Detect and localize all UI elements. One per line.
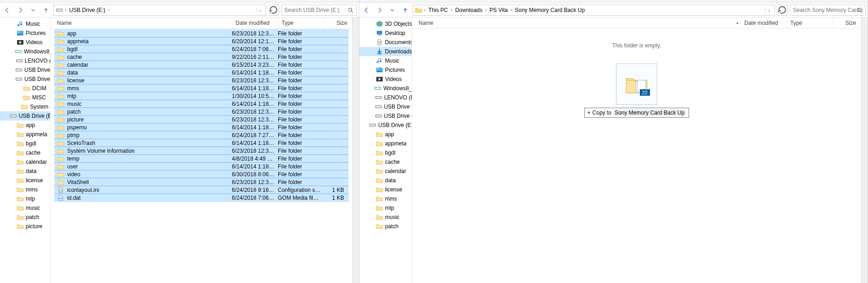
column-header-date[interactable]: Date modified bbox=[742, 17, 788, 28]
file-row[interactable]: patch6/23/2018 12:31 AMFile folder bbox=[54, 108, 349, 116]
tree-item[interactable]: music bbox=[359, 213, 412, 222]
scrollbar[interactable] bbox=[352, 17, 359, 283]
tree-item[interactable]: Music bbox=[0, 19, 50, 29]
chevron-right-icon[interactable]: › bbox=[423, 7, 426, 12]
tree-item[interactable]: data bbox=[359, 176, 412, 185]
tree-item[interactable]: LENOVO (D:) bbox=[0, 56, 50, 65]
column-header-type[interactable]: Type bbox=[279, 17, 325, 28]
breadcrumb-bar[interactable]: › This PC › Downloads › PS Vita › Sony M… bbox=[413, 5, 775, 16]
file-row[interactable]: appmeta6/20/2014 12:19 PMFile folder bbox=[54, 37, 349, 45]
navigation-pane[interactable]: 3D ObjectsDesktopDocumentsDownloadsMusic… bbox=[359, 17, 412, 283]
recent-locations-button[interactable] bbox=[387, 5, 398, 16]
column-header-date[interactable]: Date modified bbox=[233, 17, 279, 28]
breadcrumb-segment[interactable]: This PC bbox=[427, 7, 449, 13]
column-headers[interactable]: Name▴ Date modified Type Size bbox=[412, 17, 861, 29]
tree-item[interactable]: cache bbox=[0, 148, 50, 157]
file-row[interactable]: user6/14/2014 1:18 PMFile folder bbox=[54, 162, 349, 170]
column-header-name[interactable]: Name bbox=[54, 17, 233, 28]
breadcrumb-bar[interactable]: › USB Drive (E:) › ⌄ bbox=[53, 5, 266, 16]
file-row[interactable]: data6/14/2014 1:18 PMFile folder bbox=[54, 69, 349, 76]
tree-item[interactable]: 3D Objects bbox=[359, 19, 412, 29]
file-row[interactable]: iconlayout.ini6/24/2018 9:16 PMConfigura… bbox=[54, 186, 349, 194]
tree-item[interactable]: bgdl bbox=[359, 148, 412, 157]
tree-item[interactable]: Music bbox=[359, 56, 412, 65]
file-row[interactable]: picture6/23/2018 12:31 AMFile folder bbox=[54, 116, 349, 123]
tree-item[interactable]: calendar bbox=[359, 167, 412, 176]
tree-item[interactable]: mms bbox=[359, 194, 412, 203]
file-row[interactable]: VitaShell6/23/2018 12:31 AMFile folder bbox=[54, 178, 349, 186]
tree-item[interactable]: System Volume bbox=[0, 102, 50, 111]
tree-item[interactable]: cache bbox=[359, 157, 412, 167]
file-row[interactable]: DATid.dat6/24/2018 7:06 PMGOM Media file… bbox=[54, 194, 349, 202]
breadcrumb-segment[interactable]: PS Vita bbox=[489, 7, 509, 13]
file-row[interactable]: calendar6/15/2014 3:23 AMFile folder bbox=[54, 61, 349, 69]
file-row[interactable]: System Volume Information6/23/2018 12:31… bbox=[54, 147, 349, 155]
breadcrumb-segment[interactable]: Sony Memory Card Back Up bbox=[514, 7, 586, 13]
tree-item[interactable]: Windows8_OS (C bbox=[0, 47, 50, 56]
tree-item[interactable]: music bbox=[0, 203, 50, 213]
tree-item[interactable]: bgdl bbox=[0, 139, 50, 148]
tree-item[interactable]: appmeta bbox=[359, 139, 412, 148]
tree-item[interactable]: USB Drive (E:) bbox=[359, 102, 412, 111]
tree-item[interactable]: license bbox=[0, 176, 50, 185]
tree-item[interactable]: mtp bbox=[0, 194, 50, 203]
tree-item[interactable]: USB Drive (E:) bbox=[359, 121, 412, 130]
file-row[interactable]: bgdl6/24/2018 7:06 PMFile folder bbox=[54, 45, 349, 53]
file-row[interactable]: cache9/22/2016 2:11 AMFile folder bbox=[54, 53, 349, 61]
tree-item[interactable]: patch bbox=[359, 222, 412, 231]
column-header-type[interactable]: Type bbox=[788, 17, 834, 28]
tree-item[interactable]: MISC bbox=[0, 93, 50, 102]
tree-item[interactable]: app bbox=[359, 130, 412, 139]
tree-item[interactable]: Pictures bbox=[0, 29, 50, 38]
file-row[interactable]: license6/23/2018 12:31 AMFile folder bbox=[54, 76, 349, 84]
tree-item[interactable]: Windows8_OS (C bbox=[359, 84, 412, 93]
tree-item[interactable]: patch bbox=[0, 213, 50, 222]
refresh-button[interactable] bbox=[777, 5, 788, 16]
tree-item[interactable]: license bbox=[359, 185, 412, 194]
up-button[interactable] bbox=[40, 5, 52, 16]
tree-item[interactable]: USB Drive (G:) bbox=[0, 75, 50, 84]
back-button[interactable] bbox=[2, 5, 13, 16]
file-row[interactable]: mms6/14/2014 1:18 PMFile folder bbox=[54, 84, 349, 92]
tree-item[interactable]: USB Drive (E:) bbox=[0, 65, 50, 75]
refresh-button[interactable] bbox=[268, 5, 279, 16]
up-button[interactable] bbox=[400, 5, 411, 16]
chevron-right-icon[interactable]: › bbox=[64, 7, 67, 12]
navigation-pane[interactable]: MusicPicturesVideosWindows8_OS (CLENOVO … bbox=[0, 17, 51, 283]
back-button[interactable] bbox=[361, 5, 372, 16]
file-row[interactable]: SceIoTrash6/14/2014 1:18 PMFile folder bbox=[54, 139, 349, 147]
tree-item[interactable]: app bbox=[0, 121, 50, 130]
recent-locations-button[interactable] bbox=[28, 5, 39, 16]
tree-item[interactable]: appmeta bbox=[0, 130, 50, 139]
tree-item[interactable]: mtp bbox=[359, 203, 412, 213]
tree-item[interactable]: data bbox=[0, 167, 50, 176]
forward-button[interactable] bbox=[15, 5, 26, 16]
forward-button[interactable] bbox=[374, 5, 385, 16]
search-box[interactable] bbox=[790, 5, 866, 16]
tree-item[interactable]: Pictures bbox=[359, 65, 412, 75]
tree-item[interactable]: DCIM bbox=[0, 84, 50, 93]
search-input[interactable] bbox=[793, 7, 862, 13]
address-dropdown[interactable]: ⌄ bbox=[765, 8, 773, 12]
column-header-size[interactable]: Size bbox=[834, 17, 861, 28]
column-header-size[interactable]: Size bbox=[325, 17, 352, 28]
tree-item[interactable]: LENOVO (D:) bbox=[359, 93, 412, 102]
search-box[interactable] bbox=[281, 5, 357, 16]
tree-item[interactable]: Downloads bbox=[359, 47, 412, 56]
tree-item[interactable]: USB Drive (G:) bbox=[359, 111, 412, 121]
chevron-right-icon[interactable]: › bbox=[484, 7, 488, 12]
address-dropdown[interactable]: ⌄ bbox=[256, 8, 264, 12]
file-row[interactable]: ptmp6/24/2018 7:27 PMFile folder bbox=[54, 131, 349, 139]
search-input[interactable] bbox=[284, 7, 354, 13]
breadcrumb-segment[interactable]: Downloads bbox=[454, 7, 483, 13]
tree-item[interactable]: Videos bbox=[0, 38, 50, 47]
chevron-right-icon[interactable]: › bbox=[107, 7, 110, 12]
chevron-right-icon[interactable]: › bbox=[510, 7, 513, 12]
column-headers[interactable]: Name Date modified Type Size bbox=[51, 17, 352, 29]
file-row[interactable]: app6/23/2018 12:31 AMFile folder bbox=[54, 29, 349, 37]
tree-item[interactable]: picture bbox=[0, 222, 50, 231]
tree-item[interactable]: Documents bbox=[359, 38, 412, 47]
breadcrumb-segment[interactable]: USB Drive (E:) bbox=[68, 7, 106, 13]
tree-item[interactable]: Videos bbox=[359, 75, 412, 84]
file-row[interactable]: music6/14/2014 1:18 PMFile folder bbox=[54, 100, 349, 108]
